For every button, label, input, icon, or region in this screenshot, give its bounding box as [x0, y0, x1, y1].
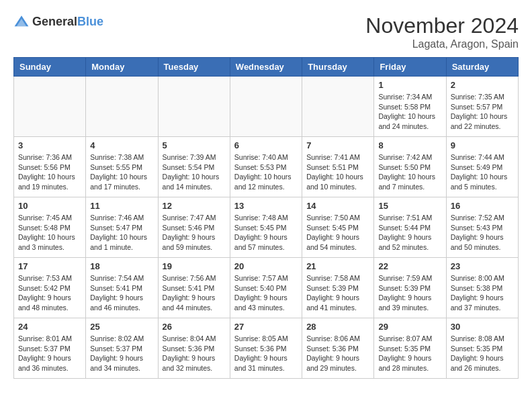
day-number: 29 [378, 322, 441, 332]
day-info: Sunrise: 8:00 AMSunset: 5:38 PMDaylight:… [451, 273, 514, 313]
day-info: Sunrise: 7:40 AMSunset: 5:53 PMDaylight:… [234, 152, 298, 192]
calendar-cell: 9Sunrise: 7:44 AMSunset: 5:49 PMDaylight… [446, 137, 518, 197]
day-number: 21 [306, 261, 369, 271]
day-info: Sunrise: 7:38 AMSunset: 5:55 PMDaylight:… [90, 152, 153, 192]
calendar-cell: 26Sunrise: 8:04 AMSunset: 5:36 PMDayligh… [158, 318, 230, 379]
calendar-cell: 13Sunrise: 7:48 AMSunset: 5:45 PMDayligh… [230, 197, 302, 258]
day-number: 3 [18, 140, 81, 150]
weekday-header-sunday: Sunday [14, 58, 86, 77]
calendar-cell [14, 77, 86, 137]
day-number: 19 [163, 261, 226, 271]
weekday-header-tuesday: Tuesday [158, 58, 230, 77]
calendar-cell: 30Sunrise: 8:08 AMSunset: 5:35 PMDayligh… [446, 318, 518, 379]
day-info: Sunrise: 7:41 AMSunset: 5:51 PMDaylight:… [306, 152, 369, 192]
day-info: Sunrise: 7:59 AMSunset: 5:39 PMDaylight:… [378, 273, 441, 313]
week-row-4: 17Sunrise: 7:53 AMSunset: 5:42 PMDayligh… [14, 258, 519, 318]
calendar-cell: 25Sunrise: 8:02 AMSunset: 5:37 PMDayligh… [86, 318, 158, 379]
calendar-cell: 29Sunrise: 8:07 AMSunset: 5:35 PMDayligh… [374, 318, 446, 379]
day-info: Sunrise: 7:45 AMSunset: 5:48 PMDaylight:… [18, 213, 81, 253]
week-row-3: 10Sunrise: 7:45 AMSunset: 5:48 PMDayligh… [14, 197, 519, 258]
day-info: Sunrise: 7:52 AMSunset: 5:43 PMDaylight:… [451, 213, 514, 253]
day-info: Sunrise: 7:51 AMSunset: 5:44 PMDaylight:… [378, 213, 441, 253]
calendar-cell: 23Sunrise: 8:00 AMSunset: 5:38 PMDayligh… [446, 258, 518, 318]
day-number: 30 [451, 322, 514, 332]
day-number: 24 [18, 322, 81, 332]
day-number: 10 [18, 201, 81, 211]
day-number: 23 [451, 261, 514, 271]
weekday-header-thursday: Thursday [302, 58, 374, 77]
day-number: 26 [163, 322, 226, 332]
calendar-cell [230, 77, 302, 137]
calendar-cell: 27Sunrise: 8:05 AMSunset: 5:36 PMDayligh… [230, 318, 302, 379]
logo-icon [13, 13, 30, 30]
week-row-5: 24Sunrise: 8:01 AMSunset: 5:37 PMDayligh… [14, 318, 519, 379]
day-info: Sunrise: 7:58 AMSunset: 5:39 PMDaylight:… [306, 273, 369, 313]
day-info: Sunrise: 7:42 AMSunset: 5:50 PMDaylight:… [378, 152, 441, 192]
day-number: 27 [234, 322, 298, 332]
day-info: Sunrise: 7:46 AMSunset: 5:47 PMDaylight:… [90, 213, 153, 253]
day-info: Sunrise: 7:36 AMSunset: 5:56 PMDaylight:… [18, 152, 81, 192]
title-area: November 2024 Lagata, Aragon, Spain [365, 13, 519, 50]
day-info: Sunrise: 7:53 AMSunset: 5:42 PMDaylight:… [18, 273, 81, 313]
calendar-cell: 21Sunrise: 7:58 AMSunset: 5:39 PMDayligh… [302, 258, 374, 318]
calendar-cell: 3Sunrise: 7:36 AMSunset: 5:56 PMDaylight… [14, 137, 86, 197]
day-number: 17 [18, 261, 81, 271]
calendar-cell: 2Sunrise: 7:35 AMSunset: 5:57 PMDaylight… [446, 77, 518, 137]
logo-blue: Blue [77, 15, 103, 28]
day-info: Sunrise: 7:34 AMSunset: 5:58 PMDaylight:… [378, 92, 441, 132]
day-number: 2 [451, 80, 514, 90]
day-info: Sunrise: 7:44 AMSunset: 5:49 PMDaylight:… [451, 152, 514, 192]
calendar-cell: 15Sunrise: 7:51 AMSunset: 5:44 PMDayligh… [374, 197, 446, 258]
calendar-cell: 1Sunrise: 7:34 AMSunset: 5:58 PMDaylight… [374, 77, 446, 137]
day-info: Sunrise: 7:57 AMSunset: 5:40 PMDaylight:… [234, 273, 298, 313]
day-info: Sunrise: 8:06 AMSunset: 5:36 PMDaylight:… [306, 334, 369, 373]
day-info: Sunrise: 8:08 AMSunset: 5:35 PMDaylight:… [451, 334, 514, 373]
logo-general: General [32, 15, 77, 28]
day-number: 12 [163, 201, 226, 211]
day-info: Sunrise: 7:50 AMSunset: 5:45 PMDaylight:… [306, 213, 369, 253]
calendar-cell: 8Sunrise: 7:42 AMSunset: 5:50 PMDaylight… [374, 137, 446, 197]
weekday-header-friday: Friday [374, 58, 446, 77]
calendar-cell [302, 77, 374, 137]
week-row-1: 1Sunrise: 7:34 AMSunset: 5:58 PMDaylight… [14, 77, 519, 137]
day-number: 9 [451, 140, 514, 150]
day-number: 8 [378, 140, 441, 150]
day-number: 7 [306, 140, 369, 150]
day-info: Sunrise: 8:01 AMSunset: 5:37 PMDaylight:… [18, 334, 81, 373]
calendar-cell: 4Sunrise: 7:38 AMSunset: 5:55 PMDaylight… [86, 137, 158, 197]
day-number: 6 [234, 140, 298, 150]
day-info: Sunrise: 8:04 AMSunset: 5:36 PMDaylight:… [163, 334, 226, 373]
day-number: 20 [234, 261, 298, 271]
day-number: 5 [163, 140, 226, 150]
calendar-cell: 5Sunrise: 7:39 AMSunset: 5:54 PMDaylight… [158, 137, 230, 197]
weekday-header-row: SundayMondayTuesdayWednesdayThursdayFrid… [14, 58, 519, 77]
calendar-cell: 28Sunrise: 8:06 AMSunset: 5:36 PMDayligh… [302, 318, 374, 379]
day-info: Sunrise: 7:35 AMSunset: 5:57 PMDaylight:… [451, 92, 514, 132]
day-info: Sunrise: 7:39 AMSunset: 5:54 PMDaylight:… [163, 152, 226, 192]
day-info: Sunrise: 7:48 AMSunset: 5:45 PMDaylight:… [234, 213, 298, 253]
day-number: 4 [90, 140, 153, 150]
calendar-cell [158, 77, 230, 137]
weekday-header-wednesday: Wednesday [230, 58, 302, 77]
calendar-cell: 19Sunrise: 7:56 AMSunset: 5:41 PMDayligh… [158, 258, 230, 318]
month-title: November 2024 [365, 13, 519, 38]
location-subtitle: Lagata, Aragon, Spain [365, 38, 519, 50]
day-number: 16 [451, 201, 514, 211]
calendar-cell: 20Sunrise: 7:57 AMSunset: 5:40 PMDayligh… [230, 258, 302, 318]
header: GeneralBlue November 2024 Lagata, Aragon… [13, 13, 519, 50]
day-number: 25 [90, 322, 153, 332]
day-number: 14 [306, 201, 369, 211]
day-number: 13 [234, 201, 298, 211]
calendar-cell: 22Sunrise: 7:59 AMSunset: 5:39 PMDayligh… [374, 258, 446, 318]
calendar-cell: 17Sunrise: 7:53 AMSunset: 5:42 PMDayligh… [14, 258, 86, 318]
day-number: 1 [378, 80, 441, 90]
day-number: 11 [90, 201, 153, 211]
weekday-header-monday: Monday [86, 58, 158, 77]
day-info: Sunrise: 8:02 AMSunset: 5:37 PMDaylight:… [90, 334, 153, 373]
day-number: 15 [378, 201, 441, 211]
calendar-cell: 11Sunrise: 7:46 AMSunset: 5:47 PMDayligh… [86, 197, 158, 258]
day-info: Sunrise: 7:54 AMSunset: 5:41 PMDaylight:… [90, 273, 153, 313]
calendar-cell: 18Sunrise: 7:54 AMSunset: 5:41 PMDayligh… [86, 258, 158, 318]
calendar-table: SundayMondayTuesdayWednesdayThursdayFrid… [13, 57, 519, 379]
calendar-cell: 16Sunrise: 7:52 AMSunset: 5:43 PMDayligh… [446, 197, 518, 258]
